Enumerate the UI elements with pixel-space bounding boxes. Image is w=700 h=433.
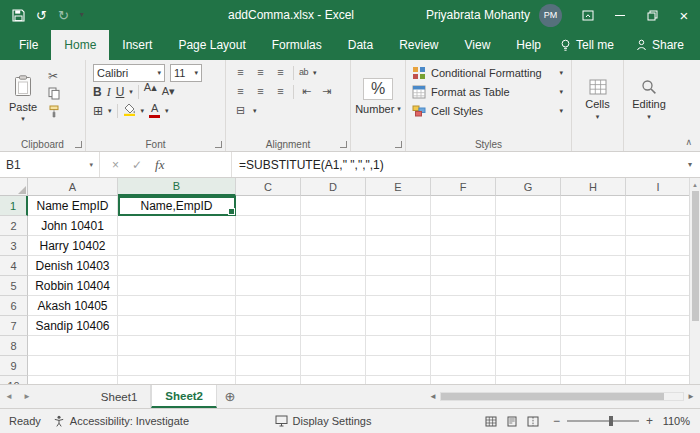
- font-size-select[interactable]: 11▾: [170, 64, 202, 82]
- new-sheet-button[interactable]: ⊕: [217, 385, 243, 408]
- cell-E2[interactable]: [366, 216, 431, 236]
- cell-E4[interactable]: [366, 256, 431, 276]
- close-button[interactable]: ×: [668, 0, 700, 30]
- scroll-left-icon[interactable]: ◄: [429, 392, 437, 401]
- cell-B1[interactable]: Name,EmpID: [118, 196, 236, 216]
- cell-G4[interactable]: [496, 256, 561, 276]
- cell-E5[interactable]: [366, 276, 431, 296]
- display-settings-button[interactable]: Display Settings: [275, 415, 372, 427]
- tab-file[interactable]: File: [6, 30, 51, 60]
- cell-B6[interactable]: [118, 296, 236, 316]
- cell-G5[interactable]: [496, 276, 561, 296]
- underline-dropdown-icon[interactable]: ▾: [129, 88, 133, 95]
- column-header-B[interactable]: B: [118, 178, 236, 196]
- cell-I10[interactable]: [626, 376, 689, 384]
- cell-G9[interactable]: [496, 356, 561, 376]
- fill-color-button[interactable]: [123, 103, 136, 118]
- cell-G7[interactable]: [496, 316, 561, 336]
- tell-me-button[interactable]: Tell me: [560, 38, 614, 52]
- top-align-icon[interactable]: ≡: [233, 67, 248, 78]
- cell-C2[interactable]: [236, 216, 301, 236]
- user-avatar[interactable]: PM: [539, 4, 562, 27]
- cell-B5[interactable]: [118, 276, 236, 296]
- cell-H8[interactable]: [561, 336, 626, 356]
- cell-I1[interactable]: [626, 196, 689, 216]
- formula-input[interactable]: =SUBSTITUTE(A1," ",",",1): [232, 152, 680, 177]
- zoom-level[interactable]: 110%: [660, 415, 690, 427]
- middle-align-icon[interactable]: ≡: [253, 67, 268, 78]
- cell-H3[interactable]: [561, 236, 626, 256]
- decrease-indent-icon[interactable]: ⇤: [299, 86, 314, 97]
- cell-styles-button[interactable]: Cell Styles ▾: [408, 101, 569, 120]
- cell-E1[interactable]: [366, 196, 431, 216]
- normal-view-icon[interactable]: [485, 416, 497, 427]
- column-header-A[interactable]: A: [28, 178, 118, 196]
- ribbon-display-options-icon[interactable]: [572, 0, 604, 30]
- cell-F3[interactable]: [431, 236, 496, 256]
- cell-B8[interactable]: [118, 336, 236, 356]
- row-header-9[interactable]: 9: [0, 356, 28, 376]
- tab-data[interactable]: Data: [335, 30, 386, 60]
- minimize-button[interactable]: [604, 0, 636, 30]
- cell-C9[interactable]: [236, 356, 301, 376]
- cell-A3[interactable]: Harry 10402: [28, 236, 118, 256]
- sheet-nav-right-icon[interactable]: ►: [18, 385, 36, 408]
- cell-B10[interactable]: [118, 376, 236, 384]
- cut-icon[interactable]: ✂: [48, 70, 60, 82]
- orientation-dropdown-icon[interactable]: ▾: [313, 69, 317, 76]
- align-right-icon[interactable]: ≡: [273, 86, 288, 97]
- horizontal-scroll-track[interactable]: [440, 392, 684, 401]
- cell-F9[interactable]: [431, 356, 496, 376]
- insert-function-button[interactable]: fx: [155, 157, 164, 173]
- cell-G10[interactable]: [496, 376, 561, 384]
- cells-button[interactable]: Cells ▾: [574, 63, 621, 135]
- cell-I6[interactable]: [626, 296, 689, 316]
- cell-D1[interactable]: [301, 196, 366, 216]
- tab-insert[interactable]: Insert: [109, 30, 165, 60]
- borders-dropdown-icon[interactable]: ▾: [108, 107, 112, 114]
- cell-D7[interactable]: [301, 316, 366, 336]
- cell-A9[interactable]: [28, 356, 118, 376]
- collapse-ribbon-icon[interactable]: ∧: [685, 137, 692, 147]
- column-header-C[interactable]: C: [236, 178, 301, 196]
- shrink-font-button[interactable]: A▾: [162, 86, 175, 97]
- sheet-tab-sheet2[interactable]: Sheet2: [151, 385, 217, 408]
- cell-A1[interactable]: Name EmpID: [28, 196, 118, 216]
- cell-F6[interactable]: [431, 296, 496, 316]
- cell-G6[interactable]: [496, 296, 561, 316]
- cell-I3[interactable]: [626, 236, 689, 256]
- share-button[interactable]: Share: [636, 38, 684, 52]
- save-icon[interactable]: [12, 9, 25, 22]
- cell-E3[interactable]: [366, 236, 431, 256]
- row-header-5[interactable]: 5: [0, 276, 28, 296]
- cell-F10[interactable]: [431, 376, 496, 384]
- cell-I9[interactable]: [626, 356, 689, 376]
- cell-D9[interactable]: [301, 356, 366, 376]
- row-header-2[interactable]: 2: [0, 216, 28, 236]
- number-dialog-launcher[interactable]: [395, 141, 402, 148]
- cell-C4[interactable]: [236, 256, 301, 276]
- merge-dropdown-icon[interactable]: ▾: [253, 107, 257, 114]
- italic-button[interactable]: I: [107, 86, 111, 98]
- tab-help[interactable]: Help: [503, 30, 554, 60]
- cell-A8[interactable]: [28, 336, 118, 356]
- formula-bar-expand-icon[interactable]: ▾: [680, 152, 700, 177]
- grow-font-button[interactable]: A▴: [144, 82, 157, 102]
- cell-C3[interactable]: [236, 236, 301, 256]
- sheet-nav-left-icon[interactable]: ◄: [0, 385, 18, 408]
- tab-view[interactable]: View: [452, 30, 504, 60]
- cell-C8[interactable]: [236, 336, 301, 356]
- cell-G1[interactable]: [496, 196, 561, 216]
- cell-D5[interactable]: [301, 276, 366, 296]
- row-header-4[interactable]: 4: [0, 256, 28, 276]
- font-name-select[interactable]: Calibri▾: [93, 64, 165, 82]
- borders-button[interactable]: ⊞: [93, 105, 103, 117]
- cell-H1[interactable]: [561, 196, 626, 216]
- redo-icon[interactable]: ↻: [58, 9, 69, 22]
- cell-E7[interactable]: [366, 316, 431, 336]
- enter-icon[interactable]: ✓: [132, 158, 142, 172]
- cell-E8[interactable]: [366, 336, 431, 356]
- align-center-icon[interactable]: ≡: [253, 86, 268, 97]
- cell-B3[interactable]: [118, 236, 236, 256]
- number-format-button[interactable]: % Number▾: [353, 63, 403, 129]
